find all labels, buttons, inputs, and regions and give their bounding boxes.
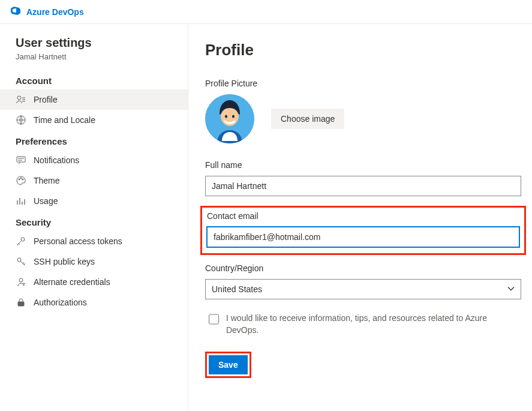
- key-icon: [16, 236, 26, 247]
- chart-icon: [16, 196, 26, 206]
- optin-label: I would like to receive information, tip…: [226, 313, 505, 336]
- svg-point-5: [22, 179, 23, 180]
- svg-point-6: [21, 238, 25, 241]
- section-security: Security: [0, 211, 188, 231]
- page-title: Profile: [205, 41, 521, 59]
- sidebar-item-label: Personal access tokens: [34, 236, 122, 246]
- country-label: Country/Region: [205, 263, 521, 273]
- main-layout: User settings Jamal Hartnett Account Pro…: [0, 24, 532, 411]
- sidebar-item-notifications[interactable]: Notifications: [0, 150, 188, 170]
- globe-icon: [16, 115, 26, 125]
- sidebar-item-label: Profile: [34, 95, 58, 104]
- brand-label[interactable]: Azure DevOps: [26, 7, 84, 17]
- email-group: Contact email: [207, 211, 519, 247]
- ssh-icon: [16, 256, 26, 267]
- sidebar-item-label: Alternate credentials: [34, 277, 110, 287]
- svg-point-0: [17, 96, 21, 100]
- svg-point-8: [19, 278, 23, 282]
- svg-point-3: [19, 179, 20, 180]
- svg-point-14: [225, 115, 227, 118]
- sidebar-item-alt-creds[interactable]: Alternate credentials: [0, 272, 188, 292]
- sidebar-item-profile[interactable]: Profile: [0, 89, 188, 110]
- fullname-input[interactable]: [205, 176, 521, 196]
- optin-checkbox[interactable]: [209, 314, 219, 325]
- sidebar-username: Jamal Hartnett: [0, 52, 188, 70]
- svg-rect-11: [18, 302, 24, 306]
- lock-icon: [16, 297, 26, 308]
- country-group: Country/Region United States: [205, 263, 521, 299]
- email-input[interactable]: [207, 227, 519, 247]
- svg-point-10: [25, 284, 25, 284]
- avatar: [205, 94, 254, 143]
- svg-point-4: [20, 178, 22, 179]
- fullname-label: Full name: [205, 160, 521, 170]
- choose-image-button[interactable]: Choose image: [271, 109, 344, 129]
- sidebar-item-label: Theme: [34, 176, 60, 185]
- country-select[interactable]: United States: [205, 279, 521, 299]
- save-highlight: Save: [205, 352, 251, 378]
- svg-point-9: [23, 284, 24, 284]
- email-highlight: Contact email: [200, 206, 526, 255]
- optin-row: I would like to receive information, tip…: [205, 313, 505, 336]
- sidebar-item-theme[interactable]: Theme: [0, 170, 188, 191]
- brand-icon: [10, 5, 22, 19]
- sidebar-item-ssh[interactable]: SSH public keys: [0, 251, 188, 272]
- sidebar-item-label: SSH public keys: [34, 257, 95, 266]
- sidebar-item-label: Usage: [34, 196, 58, 206]
- svg-point-15: [232, 115, 235, 118]
- sidebar-title: User settings: [0, 36, 188, 52]
- svg-rect-2: [17, 157, 25, 162]
- profile-icon: [16, 94, 26, 105]
- top-bar: Azure DevOps: [0, 0, 532, 24]
- sidebar-item-authorizations[interactable]: Authorizations: [0, 292, 188, 313]
- section-account: Account: [0, 70, 188, 89]
- sidebar-item-label: Authorizations: [34, 298, 87, 307]
- comment-icon: [16, 155, 26, 166]
- sidebar-item-label: Time and Locale: [34, 115, 95, 125]
- sidebar-item-pat[interactable]: Personal access tokens: [0, 231, 188, 251]
- sidebar: User settings Jamal Hartnett Account Pro…: [0, 24, 188, 411]
- save-button[interactable]: Save: [209, 355, 248, 374]
- picture-group: Profile Picture Choose image: [205, 79, 521, 143]
- email-label: Contact email: [207, 211, 519, 221]
- profile-panel: Profile Profile Picture Choos: [188, 24, 532, 411]
- sidebar-item-time-locale[interactable]: Time and Locale: [0, 110, 188, 130]
- credentials-icon: [16, 277, 26, 287]
- picture-label: Profile Picture: [205, 79, 521, 88]
- palette-icon: [16, 175, 26, 186]
- sidebar-item-label: Notifications: [34, 155, 79, 165]
- sidebar-item-usage[interactable]: Usage: [0, 191, 188, 211]
- section-preferences: Preferences: [0, 130, 188, 150]
- fullname-group: Full name: [205, 160, 521, 196]
